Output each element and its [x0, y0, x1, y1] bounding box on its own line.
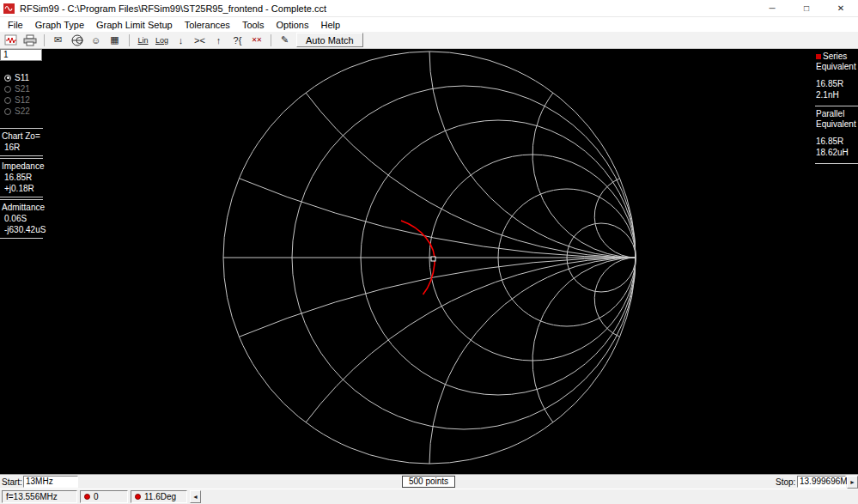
left-readout-panels: Chart Zo= 16R Impedance 16.85R +j0.18R A… [0, 128, 43, 240]
series-reactance: 2.1nH [816, 90, 858, 100]
app-icon [3, 3, 15, 15]
marker-phase-readout: 11.6Deg [131, 490, 187, 503]
minimize-button[interactable]: ─ [755, 0, 789, 16]
linear-scale-button[interactable]: Lin [134, 33, 152, 48]
zoom-out-button[interactable]: ↓ [172, 33, 190, 48]
radio-s22[interactable]: S22 [4, 106, 30, 117]
trace-marker[interactable] [431, 257, 435, 261]
impedance-imag: +j0.18R [2, 183, 43, 194]
envelope-button[interactable]: ✉ [49, 33, 67, 48]
sweep-bar: Start: 13MHz 500 points Stop: 13.999696M… [0, 474, 858, 489]
toolbar-separator [44, 34, 45, 46]
chart-zo-panel: Chart Zo= 16R [0, 128, 43, 156]
tolerance-icon: ?{ [234, 35, 242, 46]
wand-icon: ✎ [281, 34, 289, 46]
right-arrow-icon: ► [849, 479, 855, 485]
parallel-equivalent-panel: Parallel Equivalent 16.85R 18.62uH [815, 106, 858, 164]
stop-frequency-input[interactable]: 13.999696MHz [797, 476, 846, 488]
parallel-resistance: 16.85R [816, 137, 858, 147]
impedance-panel: Impedance 16.85R +j0.18R [0, 158, 43, 197]
status-bar: f=13.556MHz 0 11.6Deg ◄ [0, 489, 858, 504]
radio-s11[interactable]: S11 [4, 72, 30, 83]
stop-label: Stop: [776, 477, 795, 487]
parallel-title-2: Equivalent [816, 119, 858, 130]
marker-phase: 11.6Deg [144, 492, 176, 501]
frequency-value: f=13.556MHz [6, 492, 58, 501]
red-led-icon [84, 494, 90, 500]
admittance-real: 0.06S [2, 213, 43, 224]
radio-button-icon [4, 86, 11, 93]
toolbar-separator [129, 34, 130, 46]
chart-area: 1 S11 S21 S12 S22 Chart Zo= 16R [0, 49, 858, 474]
envelope-icon: ✉ [54, 34, 62, 46]
smiley-icon: ☺ [91, 35, 100, 46]
admittance-panel: Admittance 0.06S -j630.42uS [0, 199, 43, 239]
marker-value-readout: 0 [80, 490, 128, 503]
marker-value: 0 [94, 492, 99, 501]
zoom-in-button[interactable]: ↑ [210, 33, 228, 48]
smith-chart [0, 49, 858, 474]
smith-chart-icon [71, 34, 83, 46]
cut-icon: ✕✕ [252, 36, 261, 44]
window-controls: ─ □ ✕ [755, 0, 858, 16]
about-button[interactable]: ☺ [87, 33, 105, 48]
table-button[interactable]: ▦ [106, 33, 124, 48]
series-equivalent-panel: Series Equivalent 16.85R 2.1nH [815, 49, 858, 106]
radio-button-icon [4, 75, 11, 82]
series-title-2: Equivalent [816, 62, 858, 72]
chart-zo-value: 16R [2, 142, 43, 153]
auto-match-button[interactable]: Auto Match [296, 33, 363, 47]
menu-item-tools[interactable]: Tools [236, 20, 271, 30]
series-resistance: 16.85R [816, 79, 858, 89]
menu-item-graph-limit-setup[interactable]: Graph Limit Setup [90, 20, 179, 30]
start-label: Start: [2, 477, 22, 487]
schematic-button[interactable] [2, 33, 20, 48]
chart-zo-label: Chart Zo= [2, 131, 43, 142]
radio-s21[interactable]: S21 [4, 83, 30, 94]
radio-button-icon [4, 108, 11, 115]
close-button[interactable]: ✕ [824, 0, 858, 16]
impedance-real: 16.85R [2, 172, 43, 183]
window-title: RFSim99 - C:\Program Files\RFSim99\ST25R… [20, 3, 755, 14]
menu-item-options[interactable]: Options [271, 20, 315, 30]
log-scale-button[interactable]: Log [153, 33, 171, 48]
smith-grid [223, 52, 636, 464]
left-arrow-icon: ◄ [192, 494, 198, 500]
down-arrow-icon: ↓ [179, 35, 184, 46]
trace-select-input[interactable]: 1 [0, 49, 42, 61]
print-button[interactable] [21, 33, 39, 48]
radio-s12-label: S12 [15, 95, 30, 105]
cut-button[interactable]: ✕✕ [247, 33, 265, 48]
radio-s22-label: S22 [15, 106, 30, 116]
menu-item-help[interactable]: Help [314, 20, 346, 30]
radio-s12[interactable]: S12 [4, 94, 30, 106]
trace-color-swatch [816, 54, 821, 59]
menu-item-tolerances[interactable]: Tolerances [179, 20, 236, 30]
table-grid-icon: ▦ [110, 34, 119, 46]
parallel-title-1: Parallel [816, 109, 858, 119]
radio-button-icon [4, 97, 11, 104]
maximize-button[interactable]: □ [789, 0, 824, 16]
red-led-icon [135, 494, 141, 500]
toolbar-separator [271, 34, 271, 46]
radio-s21-label: S21 [15, 84, 30, 94]
parallel-reactance: 18.62uH [816, 148, 858, 158]
start-frequency-input[interactable]: 13MHz [23, 476, 78, 488]
printer-icon [23, 34, 37, 46]
auto-match-wand-button[interactable]: ✎ [276, 33, 294, 48]
series-title-1: Series [823, 52, 847, 61]
menu-bar: File Graph Type Graph Limit Setup Tolera… [0, 17, 858, 32]
menu-item-graph-type[interactable]: Graph Type [29, 20, 90, 30]
impedance-label: Impedance [2, 161, 43, 172]
rfsim99-window: RFSim99 - C:\Program Files\RFSim99\ST25R… [0, 0, 858, 504]
points-box[interactable]: 500 points [402, 476, 455, 488]
smith-chart-button[interactable] [68, 33, 86, 48]
tolerance-button[interactable]: ?{ [228, 33, 246, 48]
marker-scroll-left-button[interactable]: ◄ [190, 490, 201, 503]
markers-button[interactable]: >< [191, 33, 209, 48]
menu-item-file[interactable]: File [2, 20, 29, 30]
title-bar: RFSim99 - C:\Program Files\RFSim99\ST25R… [0, 0, 858, 17]
markers-icon: >< [194, 35, 205, 46]
marker-scroll-right-button[interactable]: ► [847, 476, 858, 489]
up-arrow-icon: ↑ [216, 35, 222, 46]
